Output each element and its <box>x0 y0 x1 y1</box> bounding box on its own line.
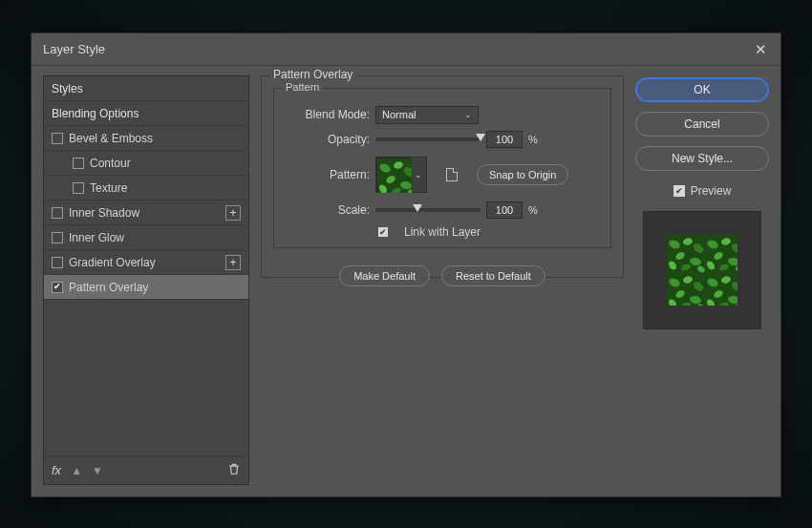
defaults-row: Make Default Reset to Default <box>273 265 611 286</box>
checkbox-icon[interactable] <box>52 207 63 219</box>
opacity-slider[interactable] <box>375 137 481 141</box>
scale-unit: % <box>528 204 538 216</box>
pattern-overlay-fieldset: Pattern Overlay Pattern Blend Mode: Norm… <box>261 75 624 278</box>
scale-label: Scale: <box>286 203 370 217</box>
blending-options-label: Blending Options <box>52 107 139 120</box>
style-item-gradient-overlay[interactable]: Gradient Overlay + <box>44 250 248 275</box>
style-item-label: Texture <box>90 181 127 195</box>
create-pattern-icon[interactable] <box>446 168 458 181</box>
styles-header[interactable]: Styles <box>44 76 248 101</box>
style-item-inner-shadow[interactable]: Inner Shadow + <box>44 201 248 225</box>
slider-thumb-icon[interactable] <box>413 204 422 212</box>
svg-rect-10 <box>667 235 737 306</box>
move-down-icon[interactable]: ▼ <box>92 464 103 477</box>
settings-panel: Pattern Overlay Pattern Blend Mode: Norm… <box>261 75 624 485</box>
style-item-label: Bevel & Emboss <box>69 132 153 145</box>
add-effect-icon[interactable]: + <box>225 255 241 270</box>
move-up-icon[interactable]: ▲ <box>71 464 82 477</box>
slider-thumb-icon[interactable] <box>476 134 485 141</box>
checkbox-icon[interactable] <box>52 282 63 293</box>
pattern-swatch <box>376 158 411 192</box>
opacity-label: Opacity: <box>286 133 370 146</box>
layer-style-dialog: Layer Style ✕ Styles Blending Options Be… <box>31 32 781 497</box>
pattern-picker[interactable]: ⌄ <box>375 157 427 193</box>
opacity-input[interactable]: 100 <box>486 131 523 148</box>
style-item-label: Pattern Overlay <box>69 281 148 294</box>
new-style-button[interactable]: New Style... <box>635 146 769 171</box>
actions-panel: OK Cancel New Style... Preview <box>635 75 769 485</box>
preview-checkbox[interactable] <box>673 185 685 197</box>
style-item-label: Gradient Overlay <box>69 256 156 269</box>
ok-button[interactable]: OK <box>635 77 769 102</box>
opacity-row: Opacity: 100 % <box>286 127 599 152</box>
link-label: Link with Layer <box>404 225 481 239</box>
svg-rect-9 <box>377 158 412 193</box>
blending-options[interactable]: Blending Options <box>44 101 248 126</box>
chevron-down-icon[interactable]: ⌄ <box>411 158 426 192</box>
checkbox-icon[interactable] <box>52 133 63 144</box>
style-item-bevel[interactable]: Bevel & Emboss <box>44 126 248 151</box>
blend-mode-row: Blend Mode: Normal ⌄ <box>286 102 599 127</box>
close-icon[interactable]: ✕ <box>752 41 769 58</box>
trash-icon[interactable] <box>227 462 241 478</box>
preview-box <box>643 211 761 329</box>
preview-swatch <box>667 235 737 306</box>
pattern-row: Pattern: ⌄ Snap to Origin <box>286 152 599 198</box>
checkbox-icon[interactable] <box>52 257 63 268</box>
checkbox-icon[interactable] <box>73 182 84 194</box>
style-item-contour[interactable]: Contour <box>44 151 248 176</box>
dialog-title: Layer Style <box>43 42 105 56</box>
titlebar: Layer Style ✕ <box>32 33 780 66</box>
make-default-button[interactable]: Make Default <box>339 265 430 286</box>
reset-default-button[interactable]: Reset to Default <box>441 265 545 286</box>
fx-menu-icon[interactable]: fx <box>52 463 61 477</box>
preview-label: Preview <box>691 184 732 198</box>
style-item-inner-glow[interactable]: Inner Glow <box>44 225 248 250</box>
styles-footer: fx ▲ ▼ <box>44 455 248 484</box>
blend-mode-select[interactable]: Normal ⌄ <box>375 106 479 124</box>
pattern-group: Pattern Blend Mode: Normal ⌄ Opacity: <box>273 88 611 248</box>
blend-mode-label: Blend Mode: <box>286 108 370 121</box>
styles-list: Styles Blending Options Bevel & Emboss C… <box>43 75 249 485</box>
link-row: Link with Layer <box>286 222 599 242</box>
cancel-button[interactable]: Cancel <box>635 112 769 137</box>
style-item-label: Inner Shadow <box>69 206 139 220</box>
style-item-label: Inner Glow <box>69 231 124 244</box>
styles-header-label: Styles <box>52 82 83 95</box>
scale-row: Scale: 100 % <box>286 198 599 222</box>
style-item-texture[interactable]: Texture <box>44 176 248 201</box>
snap-to-origin-button[interactable]: Snap to Origin <box>477 164 568 185</box>
style-item-pattern-overlay[interactable]: Pattern Overlay <box>44 275 248 300</box>
checkbox-icon[interactable] <box>52 232 63 243</box>
scale-slider[interactable] <box>375 208 481 212</box>
checkbox-icon[interactable] <box>73 158 84 169</box>
blend-mode-value: Normal <box>382 109 416 120</box>
preview-toggle[interactable]: Preview <box>635 184 769 198</box>
link-checkbox[interactable] <box>377 226 389 238</box>
chevron-down-icon: ⌄ <box>464 110 472 119</box>
group-title: Pattern <box>282 81 323 93</box>
add-effect-icon[interactable]: + <box>225 205 241 221</box>
opacity-unit: % <box>528 134 538 145</box>
dialog-body: Styles Blending Options Bevel & Emboss C… <box>32 66 780 496</box>
pattern-label: Pattern: <box>286 168 370 181</box>
scale-input[interactable]: 100 <box>486 201 523 219</box>
fieldset-title: Pattern Overlay <box>269 68 356 81</box>
style-item-label: Contour <box>90 157 131 170</box>
